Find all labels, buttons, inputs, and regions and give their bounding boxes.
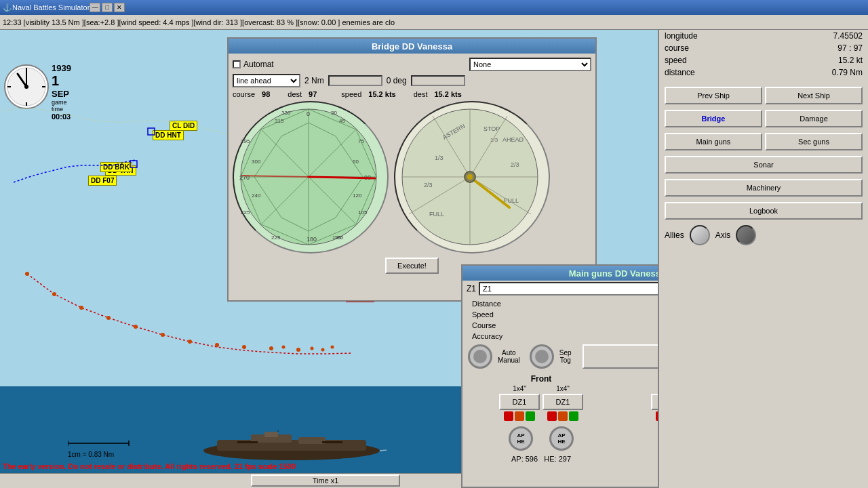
svg-text:FULL: FULL (429, 211, 444, 218)
prev-ship-button[interactable]: Prev Ship (665, 87, 762, 104)
distance-row: distance 0.79 Nm (659, 66, 868, 79)
dest2-value: 15.2 kts (434, 90, 461, 98)
compass-svg: 0 180 270 90 315 45 295 75 225 105 225 1… (234, 102, 383, 251)
main-guns-button[interactable]: Main guns (665, 133, 762, 150)
execute-button[interactable]: Execute! (385, 258, 439, 274)
svg-text:225: 225 (271, 235, 281, 241)
svg-point-104 (467, 174, 473, 180)
clock-value: 00:03 (52, 113, 77, 121)
auto-manual-labels: Auto Manual (498, 349, 520, 364)
svg-text:105: 105 (358, 209, 368, 216)
close-button[interactable]: ✕ (114, 3, 125, 12)
bridge-row-1: Automat None (233, 58, 591, 71)
scale-indicator: 1cm = 0.83 Nm (68, 438, 136, 458)
svg-text:FULL: FULL (504, 197, 519, 204)
compass-container[interactable]: 0 180 270 90 315 45 295 75 225 105 225 1… (233, 101, 389, 253)
time-button[interactable]: Time x1 (251, 474, 400, 487)
svg-point-8 (24, 85, 28, 89)
sonar-button[interactable]: Sonar (665, 156, 863, 174)
front-turret-2-lights (542, 411, 583, 421)
distance-slider[interactable] (328, 75, 382, 86)
front-turret-2: 1x4" DZ1 (542, 385, 583, 421)
compass-area: 0 180 270 90 315 45 295 75 225 105 225 1… (233, 101, 591, 253)
none-dropdown[interactable]: None (469, 58, 591, 71)
light-red-2 (547, 411, 557, 421)
front-label: Front (467, 373, 616, 385)
svg-text:1/3: 1/3 (435, 155, 443, 161)
front-ap-value: 596 (526, 455, 538, 463)
course-value: 98 (262, 90, 270, 98)
light-orange-2 (558, 411, 568, 421)
svg-rect-13 (264, 432, 278, 437)
title-bar: ⚓ Naval Battles Simulator — □ ✕ (0, 0, 868, 15)
sep-tog-labels: Sep Tog (559, 349, 572, 364)
auto-label: Auto (498, 349, 520, 357)
course-row: course 97 : 97 (659, 42, 868, 54)
auto-manual-toggle[interactable] (468, 344, 492, 369)
speed-row: speed 15.2 kt (659, 54, 868, 66)
status-text: 12:33 [visiblity 13.5 Nm ][sea:+2.8 ][wi… (3, 18, 395, 26)
axis-label: Axis (715, 230, 731, 240)
telegraph-container[interactable]: ASTERN STOP AHEAD 1/3 1/3 2/3 2/3 FULL F… (394, 101, 550, 253)
svg-text:295: 295 (241, 138, 250, 144)
panel-distance-label: distance (665, 68, 726, 77)
svg-text:225: 225 (241, 209, 250, 216)
light-green (526, 411, 535, 421)
speed-label: speed (341, 90, 361, 98)
front-turret-1-btn[interactable]: DZ1 (499, 394, 540, 410)
svg-text:135: 135 (332, 235, 342, 241)
sonar-row: Sonar (659, 153, 868, 176)
logbook-button[interactable]: Logbook (665, 202, 863, 220)
svg-point-24 (215, 343, 219, 347)
mainguns-title: Main guns DD Vanessa (569, 268, 665, 279)
sep-tog-toggle[interactable] (530, 344, 554, 369)
svg-text:2/3: 2/3 (424, 182, 433, 188)
minimize-button[interactable]: — (90, 3, 100, 12)
svg-point-26 (269, 346, 273, 350)
front-ap-dial-2[interactable]: APHE (549, 426, 574, 451)
ship-label-ddbrk: DD BRK (100, 162, 132, 172)
automat-label: Automat (243, 60, 274, 69)
svg-point-18 (52, 292, 56, 296)
guns-row: Main guns Sec guns (659, 130, 868, 153)
sec-guns-button[interactable]: Sec guns (765, 133, 863, 150)
app-title: Naval Battles Simulator (12, 3, 90, 12)
machinery-button[interactable]: Machinery (665, 179, 863, 197)
allies-axis-row: Allies Axis (659, 222, 868, 248)
bridge-button[interactable]: Bridge (665, 110, 762, 127)
guns-accuracy-label: Accuracy (472, 332, 502, 340)
dest-label: dest (288, 90, 302, 98)
logbook-row: Logbook (659, 199, 868, 222)
front-ap-dial-1[interactable]: APHE (509, 426, 533, 451)
sep-label: Sep (559, 349, 572, 357)
front-turret-2-btn[interactable]: DZ1 (542, 394, 583, 410)
next-ship-button[interactable]: Next Ship (765, 87, 863, 104)
front-turret-1-lights (499, 411, 540, 421)
bridge-content: Automat None line ahead 2 Nm 0 deg cours… (229, 54, 595, 278)
maximize-button[interactable]: □ (102, 3, 113, 12)
clock-month: SEP (52, 89, 77, 99)
formation-dropdown[interactable]: line ahead (233, 74, 300, 87)
angle-slider[interactable] (411, 75, 465, 86)
z-label: Z1 (467, 284, 476, 293)
clock-year: 1939 (52, 63, 77, 73)
ship-silhouette (197, 430, 387, 464)
scale-text: 1cm = 0.83 Nm (68, 451, 136, 458)
svg-text:75: 75 (358, 138, 364, 144)
svg-point-22 (161, 333, 165, 337)
automat-checkbox[interactable] (233, 60, 241, 68)
svg-point-17 (25, 272, 29, 276)
damage-button[interactable]: Damage (765, 110, 863, 127)
auto-manual-inner (473, 350, 487, 363)
window-controls[interactable]: — □ ✕ (90, 3, 125, 12)
svg-point-25 (242, 345, 246, 349)
svg-text:120: 120 (353, 192, 362, 199)
bridge-window: Bridge DD Vanessa Automat None line ahea… (227, 37, 597, 302)
clock-area: 1939 1 SEP game time 00:03 (3, 60, 77, 114)
front-he-value: 297 (559, 455, 571, 463)
prevnext-row: Prev Ship Next Ship (659, 84, 868, 107)
copyright-text: The early version. Do not resale or dist… (3, 462, 296, 470)
svg-text:330: 330 (281, 110, 291, 116)
panel-distance-value: 0.79 Nm (726, 68, 863, 77)
svg-point-35 (282, 346, 285, 349)
